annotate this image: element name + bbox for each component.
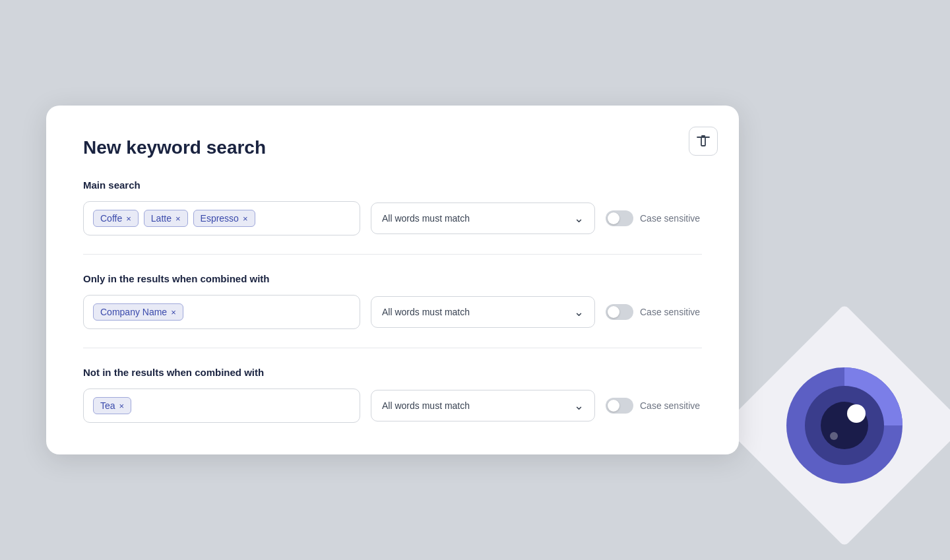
tag-tea: Tea × bbox=[93, 397, 131, 414]
eye-decoration bbox=[745, 327, 943, 524]
tag-company-name-text: Company Name bbox=[100, 307, 167, 317]
not-in-dropdown-arrow: ⌄ bbox=[574, 398, 584, 413]
svg-point-3 bbox=[847, 404, 866, 423]
delete-button[interactable] bbox=[689, 127, 718, 156]
not-in-toggle-label: Case sensitive bbox=[640, 400, 700, 411]
divider-2 bbox=[83, 348, 702, 348]
tag-coffe-text: Coffe bbox=[100, 213, 122, 224]
main-search-section: Main search Coffe × Latte × Espresso × bbox=[83, 179, 702, 235]
only-in-dropdown-value: All words must match bbox=[382, 307, 470, 317]
main-search-toggle-label: Case sensitive bbox=[640, 213, 700, 224]
tag-tea-text: Tea bbox=[100, 400, 115, 411]
only-in-label: Only in the results when combined with bbox=[83, 273, 702, 284]
not-in-tags-input[interactable]: Tea × bbox=[83, 389, 360, 423]
svg-point-4 bbox=[830, 432, 838, 440]
tag-coffe-remove[interactable]: × bbox=[126, 214, 131, 223]
only-in-dropdown-arrow: ⌄ bbox=[574, 305, 584, 319]
tag-espresso: Espresso × bbox=[193, 210, 255, 227]
tag-espresso-remove[interactable]: × bbox=[243, 214, 248, 223]
not-in-label: Not in the results when combined with bbox=[83, 367, 702, 378]
main-search-toggle[interactable] bbox=[606, 210, 633, 226]
only-in-tags-input[interactable]: Company Name × bbox=[83, 295, 360, 329]
eye-icon bbox=[778, 359, 910, 491]
only-in-dropdown[interactable]: All words must match ⌄ bbox=[371, 296, 595, 328]
not-in-toggle-area: Case sensitive bbox=[606, 398, 700, 414]
divider-1 bbox=[83, 254, 702, 255]
not-in-dropdown[interactable]: All words must match ⌄ bbox=[371, 390, 595, 421]
keyword-search-card: New keyword search Main search Coffe × L… bbox=[46, 106, 739, 454]
tag-coffe: Coffe × bbox=[93, 210, 139, 227]
tag-latte-text: Latte bbox=[151, 213, 172, 224]
tag-company-name-remove[interactable]: × bbox=[171, 308, 176, 317]
only-in-section: Only in the results when combined with C… bbox=[83, 273, 702, 329]
only-in-toggle[interactable] bbox=[606, 304, 633, 320]
main-search-toggle-area: Case sensitive bbox=[606, 210, 700, 226]
card-title: New keyword search bbox=[83, 137, 702, 158]
main-search-dropdown-value: All words must match bbox=[382, 213, 470, 224]
tag-latte-remove[interactable]: × bbox=[175, 214, 181, 223]
main-search-dropdown-arrow: ⌄ bbox=[574, 211, 584, 226]
only-in-row: Company Name × All words must match ⌄ Ca… bbox=[83, 295, 702, 329]
main-search-tags-input[interactable]: Coffe × Latte × Espresso × bbox=[83, 201, 360, 235]
not-in-dropdown-value: All words must match bbox=[382, 400, 470, 411]
not-in-section: Not in the results when combined with Te… bbox=[83, 367, 702, 423]
only-in-toggle-area: Case sensitive bbox=[606, 304, 700, 320]
only-in-toggle-label: Case sensitive bbox=[640, 307, 700, 317]
not-in-row: Tea × All words must match ⌄ Case sensit… bbox=[83, 389, 702, 423]
not-in-toggle[interactable] bbox=[606, 398, 633, 414]
page-wrapper: New keyword search Main search Coffe × L… bbox=[46, 36, 904, 524]
tag-company-name: Company Name × bbox=[93, 303, 183, 321]
tag-tea-remove[interactable]: × bbox=[119, 402, 125, 410]
main-search-label: Main search bbox=[83, 179, 702, 191]
tag-espresso-text: Espresso bbox=[201, 213, 239, 224]
main-search-row: Coffe × Latte × Espresso × All words mus… bbox=[83, 201, 702, 235]
tag-latte: Latte × bbox=[144, 210, 188, 227]
main-search-dropdown[interactable]: All words must match ⌄ bbox=[371, 202, 595, 234]
